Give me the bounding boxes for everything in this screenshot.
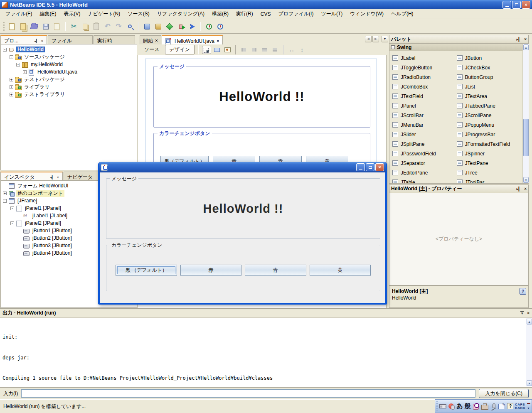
collapse-icon[interactable]: -: [391, 45, 395, 49]
palette-item-jpasswordfield[interactable]: JPasswordField: [392, 149, 457, 158]
palette-item-jlist[interactable]: JList: [457, 82, 521, 91]
expander-icon[interactable]: -: [10, 55, 13, 59]
dock-icon[interactable]: ◂▎: [50, 175, 54, 179]
palette-item-jpopupmenu[interactable]: JPopupMenu: [457, 120, 521, 130]
expander-icon[interactable]: +: [3, 192, 7, 195]
new-file-icon[interactable]: [7, 21, 17, 32]
ime-hiragana-indicator[interactable]: あ: [456, 402, 463, 410]
expander-icon[interactable]: +: [10, 78, 13, 81]
design-view-button[interactable]: デザイン: [165, 45, 195, 54]
menu-cvs[interactable]: CVS: [257, 10, 275, 18]
tree-item-test-packages[interactable]: + テストパッケージ: [2, 76, 137, 83]
tab-welcome[interactable]: 開始×: [140, 35, 161, 44]
run-file-icon[interactable]: [175, 21, 186, 32]
tree-item-my-helloworld[interactable]: - my.HelloWorld: [2, 61, 137, 68]
palette-item-jscrollpane[interactable]: JScrollPane: [457, 111, 521, 120]
ime-grip[interactable]: [436, 401, 438, 411]
app-black-button[interactable]: 黒 （デフォルト）: [116, 265, 177, 276]
app-close-button[interactable]: ×: [375, 163, 384, 171]
undo-icon[interactable]: ↶: [102, 21, 113, 32]
menu-navigate[interactable]: ナビゲート(N): [84, 9, 124, 19]
selection-mode-icon[interactable]: [202, 46, 211, 54]
close-output-icon[interactable]: ×: [527, 311, 530, 315]
help-icon[interactable]: ?: [520, 288, 526, 295]
console-input[interactable]: [21, 389, 475, 398]
new-project-icon[interactable]: [18, 21, 28, 32]
expander-icon[interactable]: +: [10, 85, 13, 89]
menu-run[interactable]: 実行(R): [232, 9, 257, 19]
minimize-button[interactable]: [502, 1, 511, 9]
resize-vertical-icon[interactable]: ↕: [298, 46, 307, 54]
palette-item-jcheckbox[interactable]: JCheckBox: [457, 63, 521, 72]
palette-item-jbutton[interactable]: JButton: [457, 53, 521, 63]
design-helloworld-label[interactable]: HelloWorld !!: [154, 89, 370, 104]
ime-mode-icon[interactable]: [448, 403, 455, 410]
expander-icon[interactable]: -: [3, 48, 7, 52]
open-project-icon[interactable]: [29, 21, 39, 32]
align-left-icon[interactable]: [239, 46, 249, 54]
menu-build[interactable]: 構築(B): [208, 9, 232, 19]
output-scrollbar[interactable]: ▲ ▼: [526, 318, 532, 386]
app-yellow-button[interactable]: 黄: [310, 265, 371, 276]
tree-item-helloworldui-java[interactable]: + HelloWorldUI.java: [2, 68, 137, 76]
palette-item-jseparator[interactable]: JSeparator: [392, 158, 457, 168]
palette-item-jmenubar[interactable]: JMenuBar: [392, 120, 457, 130]
close-button[interactable]: ×: [522, 1, 530, 9]
dock-output-icon[interactable]: ▼: [520, 311, 524, 315]
palette-item-jtoolbar[interactable]: JToolBar: [457, 177, 521, 184]
copy-icon[interactable]: [80, 21, 90, 32]
palette-item-jtree[interactable]: JTree: [457, 168, 521, 177]
connection-mode-icon[interactable]: [212, 46, 222, 54]
palette-item-jtabbedpane[interactable]: JTabbedPane: [457, 101, 521, 111]
preview-design-icon[interactable]: [223, 46, 232, 54]
tree-item-source-packages[interactable]: - ソースパッケージ: [2, 53, 137, 61]
scroll-up-icon[interactable]: ▲: [523, 44, 529, 50]
menu-file[interactable]: ファイル(F): [2, 9, 36, 19]
close-input-button[interactable]: 入力を閉じる(C): [479, 389, 529, 398]
output-console[interactable]: init: deps-jar: Compiling 1 source file …: [0, 318, 532, 387]
palette-category-swing[interactable]: - Swing: [389, 44, 528, 51]
helloworld-app-window[interactable]: × メッセージ HelloWorld !! カラーチェンジボタン 黒 （デフォル…: [98, 162, 387, 305]
scrollbar-thumb[interactable]: [523, 119, 529, 156]
palette-item-jlabel[interactable]: JLabel: [392, 53, 457, 63]
scroll-down-icon[interactable]: ▼: [523, 177, 529, 183]
ime-conversion-indicator[interactable]: 般: [465, 402, 471, 410]
dock-icon[interactable]: ◂▎: [34, 39, 39, 43]
menu-refactor[interactable]: リファクタリング(A): [153, 9, 208, 19]
scroll-tabs-right-icon[interactable]: ▶: [372, 36, 379, 42]
save-all-icon[interactable]: [40, 21, 51, 32]
scroll-down-icon[interactable]: ▼: [527, 380, 532, 386]
dock-icon[interactable]: ▸▎: [516, 187, 522, 191]
menu-edit[interactable]: 編集(E): [36, 9, 60, 19]
close-panel-icon[interactable]: ×: [524, 187, 527, 191]
handwriting-icon[interactable]: [498, 403, 505, 410]
keyboard-icon[interactable]: [439, 403, 446, 410]
align-top-icon[interactable]: [260, 46, 269, 54]
expander-icon[interactable]: -: [10, 221, 14, 225]
ime-pad-icon[interactable]: [473, 403, 479, 410]
align-bottom-icon[interactable]: [271, 46, 280, 54]
palette-item-jslider[interactable]: JSlider: [392, 130, 457, 139]
app-blue-button[interactable]: 青: [245, 265, 306, 276]
expander-icon[interactable]: -: [16, 63, 20, 66]
close-tab-icon[interactable]: ×: [57, 175, 59, 179]
palette-item-buttongroup[interactable]: ButtonGroup: [457, 72, 521, 82]
align-right-icon[interactable]: [250, 46, 259, 54]
scroll-up-icon[interactable]: ▲: [527, 319, 532, 324]
menu-view[interactable]: 表示(V): [60, 9, 84, 19]
palette-item-jscrollbar[interactable]: JScrollBar: [392, 111, 457, 120]
palette-item-jtextarea[interactable]: JTextArea: [457, 91, 521, 101]
paste-icon[interactable]: [91, 21, 101, 32]
menu-profile[interactable]: プロファイル(I): [274, 9, 317, 19]
debug-project-icon[interactable]: [187, 21, 197, 32]
palette-scrollbar[interactable]: ▲ ▼: [522, 44, 529, 183]
ime-options-icon[interactable]: ▼: [527, 407, 530, 410]
resize-horizontal-icon[interactable]: ↔: [287, 46, 296, 54]
close-tab-icon[interactable]: ×: [217, 38, 219, 44]
app-window-title-bar[interactable]: ×: [99, 162, 386, 172]
tab-files[interactable]: ファイル: [48, 35, 93, 44]
app-restore-button[interactable]: [366, 163, 374, 171]
palette-item-jpanel[interactable]: JPanel: [392, 101, 457, 111]
palette-item-jcombobox[interactable]: JComboBox: [392, 82, 457, 91]
tab-list-dropdown-icon[interactable]: ▼: [382, 36, 388, 42]
